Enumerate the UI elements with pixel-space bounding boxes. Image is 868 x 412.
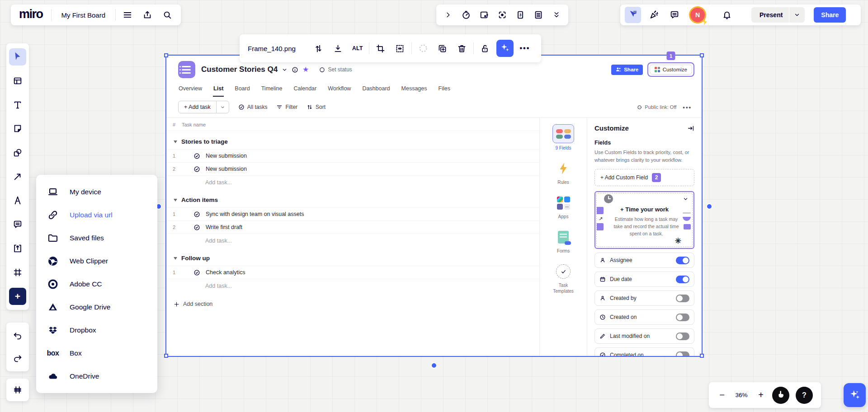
selection-handle-e[interactable] — [706, 203, 712, 210]
created-on-toggle[interactable] — [676, 314, 689, 321]
reactions-button[interactable] — [646, 7, 662, 23]
help-button[interactable]: ? — [796, 387, 813, 404]
collapse-triangle-icon[interactable] — [174, 140, 177, 143]
miro-logo[interactable]: miro — [16, 7, 47, 23]
zoom-level[interactable]: 36% — [733, 392, 750, 398]
collapse-triangle-icon[interactable] — [174, 257, 177, 260]
customize-button[interactable]: Customize — [650, 65, 692, 75]
collapse-panel-button[interactable] — [687, 125, 694, 132]
rail-item-fields[interactable]: 9 Fields — [552, 124, 574, 151]
tab-workflow[interactable]: Workflow — [327, 83, 351, 97]
task-name[interactable]: Check analytics — [206, 269, 245, 276]
chevron-down-icon[interactable] — [789, 12, 805, 18]
tab-files[interactable]: Files — [438, 83, 451, 97]
duplicate-button[interactable] — [434, 40, 451, 56]
comment-tool[interactable] — [9, 216, 26, 233]
replace-image-button[interactable] — [311, 40, 327, 56]
shapes-tool[interactable] — [9, 144, 26, 161]
add-section-button[interactable]: Add section — [166, 293, 539, 307]
board-title[interactable]: My First Board — [55, 11, 112, 19]
task-name[interactable]: Write first draft — [206, 224, 242, 230]
section-header[interactable]: Follow up — [166, 248, 539, 266]
delete-button[interactable] — [454, 40, 470, 56]
alt-text-button[interactable]: ALT — [349, 40, 366, 56]
ai-assistant-button[interactable] — [844, 383, 866, 407]
pen-tool[interactable] — [9, 192, 26, 209]
task-check-icon[interactable] — [193, 153, 200, 159]
download-button[interactable] — [330, 40, 346, 56]
rail-item-rules[interactable]: Rules — [553, 159, 574, 185]
rail-item-forms[interactable]: Forms — [553, 228, 574, 254]
selection-handle-nw[interactable] — [164, 53, 168, 57]
timer-button[interactable] — [458, 7, 474, 23]
tab-messages[interactable]: Messages — [401, 83, 428, 97]
section-header[interactable]: Action items — [166, 189, 539, 207]
redo-button[interactable] — [9, 350, 26, 367]
more-options-button[interactable]: ••• — [517, 40, 533, 56]
collapse-tools-button[interactable] — [548, 7, 565, 23]
assignee-toggle[interactable] — [676, 257, 689, 264]
present-button[interactable]: Present — [751, 7, 805, 23]
interactive-mode-button[interactable] — [772, 387, 789, 404]
tab-calendar[interactable]: Calendar — [293, 83, 317, 97]
undo-button[interactable] — [9, 327, 26, 344]
column-task-name[interactable]: Task name — [182, 122, 206, 127]
notifications-button[interactable] — [719, 7, 735, 23]
upload-tool[interactable] — [9, 240, 26, 257]
upload-menu-box[interactable]: box Box — [36, 342, 157, 365]
task-check-icon[interactable] — [193, 224, 200, 231]
time-your-work-card[interactable]: ↗ ✳ + Time your work Estimate how long a… — [594, 191, 694, 249]
rail-item-apps[interactable]: ••• Apps — [553, 194, 574, 220]
app-share-button[interactable]: Share — [611, 65, 643, 75]
comments-button[interactable] — [666, 7, 683, 23]
rail-item-task-templates[interactable]: Task Templates — [550, 262, 577, 294]
resize-to-fit-button[interactable] — [392, 40, 408, 56]
due-date-toggle[interactable] — [676, 276, 689, 283]
last-modified-toggle[interactable] — [676, 332, 689, 340]
spotlight-button[interactable] — [494, 7, 510, 23]
frame-customer-stories[interactable]: Customer Stories Q4 ★ Set status Share 1… — [166, 56, 702, 356]
sort-button[interactable]: Sort — [307, 104, 326, 110]
upload-menu-web-clipper[interactable]: Web Clipper — [36, 249, 157, 272]
upload-menu-adobe-cc[interactable]: Adobe CC — [36, 272, 157, 295]
task-row[interactable]: 2 Write first draft — [166, 220, 539, 234]
collapse-triangle-icon[interactable] — [174, 199, 177, 201]
task-row[interactable]: 1 New submission — [166, 149, 539, 162]
title-chevron-down-icon[interactable] — [282, 67, 288, 73]
selection-handle-se[interactable] — [700, 354, 704, 358]
tab-timeline[interactable]: Timeline — [261, 83, 283, 97]
zoom-in-button[interactable]: + — [756, 390, 766, 400]
task-name[interactable]: Sync with design team on visual assets — [206, 211, 304, 217]
created-by-toggle[interactable] — [676, 295, 689, 302]
share-board-button[interactable]: Share — [814, 7, 846, 23]
screen-share-button[interactable] — [476, 7, 492, 23]
zoom-out-button[interactable]: − — [717, 390, 727, 400]
tab-dashboard[interactable]: Dashboard — [362, 83, 390, 97]
expand-toolbar-button[interactable] — [440, 7, 456, 23]
follow-cursor-button[interactable] — [625, 7, 641, 23]
upload-menu-onedrive[interactable]: OneDrive — [36, 365, 157, 388]
search-button[interactable] — [159, 7, 175, 23]
add-task-row[interactable]: Add task... — [166, 175, 539, 189]
task-row[interactable]: 1 Sync with design team on visual assets — [166, 207, 539, 220]
task-row[interactable]: 1 Check analytics — [166, 266, 539, 279]
add-task-button[interactable]: + Add task — [178, 101, 229, 113]
selection-handle-sw[interactable] — [164, 354, 168, 358]
task-name[interactable]: New submission — [206, 166, 247, 172]
frame-tool[interactable] — [9, 264, 26, 281]
notes-button[interactable] — [530, 7, 547, 23]
export-board-button[interactable] — [139, 7, 156, 23]
tab-list[interactable]: List — [213, 83, 224, 97]
task-row[interactable]: 2 New submission — [166, 162, 539, 175]
task-check-icon[interactable] — [193, 211, 200, 218]
task-check-icon[interactable] — [193, 166, 200, 173]
templates-tool[interactable] — [9, 72, 26, 89]
board-canvas[interactable]: miro My First Board 3 N — [0, 0, 868, 412]
tab-overview[interactable]: Overview — [178, 83, 203, 97]
sticky-note-tool[interactable] — [9, 120, 26, 137]
select-tool[interactable] — [9, 48, 26, 66]
selection-handle-ne[interactable] — [700, 53, 704, 57]
app-title[interactable]: Customer Stories Q4 — [201, 65, 278, 74]
section-header[interactable]: Stories to triage — [166, 131, 539, 149]
task-check-icon[interactable] — [193, 269, 200, 276]
